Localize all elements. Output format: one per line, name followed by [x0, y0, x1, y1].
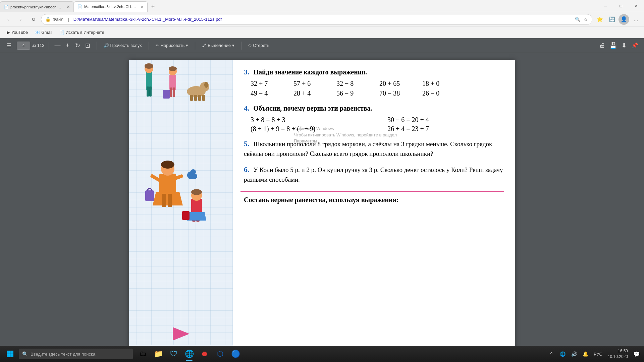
network-icon[interactable]: 🌐 — [558, 347, 568, 361]
pdf-fit-button[interactable]: ⊡ — [83, 41, 93, 50]
exercise-6-text: У Коли было 5 р. и 2 р. Он купил ручку з… — [244, 166, 503, 183]
taskbar: 🔍 Введите здесь текст для поиска 🗂 📁 🛡 🌐… — [0, 346, 644, 362]
svg-rect-25 — [150, 174, 161, 182]
pdf-more-button[interactable]: ⬇ — [619, 41, 629, 50]
erase-label: Стереть — [253, 43, 269, 48]
exercise-3-table: 32 + 7 57 + 6 32 − 8 20 + 65 18 + 0 49 −… — [251, 80, 504, 97]
volume-icon[interactable]: 🔊 — [570, 347, 579, 361]
notification-button[interactable]: 💬 — [632, 347, 641, 361]
taskbar-app-security[interactable]: 🛡 — [166, 347, 181, 361]
exercise-3-number: 3. — [244, 68, 250, 76]
svg-point-30 — [192, 174, 197, 179]
media-app-icon: ⏺ — [201, 350, 208, 358]
svg-point-10 — [169, 66, 177, 71]
pdf-page-input[interactable] — [17, 42, 30, 50]
new-tab-button[interactable]: + — [148, 1, 158, 12]
forward-button[interactable]: › — [15, 14, 26, 25]
address-bar-row: ‹ › ↻ 🔒 Файл | D:/Математика/Matematika.… — [0, 12, 644, 27]
taskbar-app-media[interactable]: ⏺ — [197, 347, 212, 361]
svg-marker-38 — [173, 327, 190, 341]
pdf-toolbar-right: 🖨 💾 ⬇ 📌 — [598, 41, 640, 51]
pdf-draw-button[interactable]: ✏ Нарисовать ▾ — [153, 41, 191, 51]
tab-1[interactable]: 📄 proekty-primernykh-rabochikh-... ✕ — [0, 1, 74, 12]
math-row-2: 49 − 4 28 + 4 56 − 9 70 − 38 26 − 0 — [251, 89, 504, 97]
tab-favicon-1: 📄 — [4, 5, 8, 9]
svg-rect-16 — [198, 95, 201, 101]
active-indicator — [186, 360, 193, 361]
taskbar-search-placeholder: Введите здесь текст для поиска — [31, 352, 95, 357]
start-button[interactable] — [3, 347, 17, 361]
taskbar-app-taskview[interactable]: 🗂 — [136, 347, 150, 361]
gmail-icon: 📧 — [35, 30, 40, 35]
pdf-page-total: из 113 — [32, 43, 45, 48]
pdf-read-aloud-button[interactable]: 🔊 Прочесть вслух — [101, 41, 145, 51]
pink-arrow-container — [173, 327, 193, 345]
expr-1-3: 32 − 8 — [336, 80, 363, 87]
pdf-page: 3. Найди значение каждого выражения. 32 … — [129, 60, 515, 355]
bookmark-gmail[interactable]: 📧 Gmail — [32, 28, 55, 36]
taskbar-app-edge[interactable]: 🌐 — [182, 347, 197, 361]
svg-rect-40 — [10, 351, 13, 354]
tab-close-2[interactable]: ✕ — [140, 4, 144, 9]
exercise-4-title: Объясни, почему верны эти равенства. — [254, 105, 372, 112]
pdf-erase-button[interactable]: ◇ Стереть — [246, 41, 272, 51]
pdf-menu-button[interactable]: ☰ — [4, 41, 14, 51]
settings-icon[interactable]: … — [631, 14, 641, 25]
pdf-print-button[interactable]: 🖨 — [598, 41, 607, 50]
exercise-3-block: 3. Найди значение каждого выражения. 32 … — [244, 68, 504, 97]
bookmark-search[interactable]: 📄 Искать в Интернете — [56, 28, 107, 36]
zoom-icon[interactable]: 🔍 — [575, 17, 580, 22]
pen-icon: ✏ — [156, 43, 159, 48]
bookmark-search-label: Искать в Интернете — [66, 30, 104, 35]
pdf-highlight-button[interactable]: 🖍 Выделение ▾ — [199, 41, 237, 51]
pdf-save-button[interactable]: 💾 — [608, 41, 618, 50]
bookmark-youtube-label: YouTube — [11, 30, 28, 35]
exercise-3-title: Найди значение каждого выражения. — [254, 68, 367, 76]
explorer-icon: 📁 — [154, 350, 163, 358]
taskbar-app-blue[interactable]: ⬡ — [213, 347, 227, 361]
pdf-separator-2 — [97, 42, 97, 50]
pdf-zoom-out-button[interactable]: — — [53, 41, 62, 50]
sync-icon[interactable]: 🔄 — [606, 14, 617, 25]
profile-button[interactable]: 👤 — [619, 14, 629, 25]
language-indicator[interactable]: РУС — [592, 352, 604, 357]
favorite-icon[interactable]: ☆ — [584, 17, 588, 22]
svg-rect-22 — [168, 194, 172, 207]
close-button[interactable]: ✕ — [629, 0, 644, 12]
bookmark-youtube[interactable]: ▶ YouTube — [4, 28, 31, 36]
maximize-button[interactable]: □ — [613, 0, 629, 12]
address-bar[interactable]: 🔒 Файл | D:/Математика/Matematika.-3kl.-… — [41, 14, 592, 25]
svg-point-5 — [145, 63, 153, 69]
equality-1: 3 + 8 = 8 + 3 — [251, 116, 367, 124]
collections-icon[interactable]: ⭐ — [594, 14, 605, 25]
main-area: 3. Найди значение каждого выражения. 32 … — [0, 53, 644, 362]
expr-2-3: 56 − 9 — [336, 89, 363, 97]
tab-favicon-2: 📄 — [77, 4, 82, 9]
minimize-button[interactable]: ─ — [598, 0, 613, 12]
exercise-4-block: 4. Объясни, почему верны эти равенства. … — [244, 104, 504, 133]
system-tray-expand[interactable]: ^ — [547, 347, 556, 361]
refresh-button[interactable]: ↻ — [28, 14, 39, 25]
back-button[interactable]: ‹ — [3, 14, 13, 25]
win-activate-line2: Чтобы активировать Windows, перейдите в … — [294, 132, 397, 138]
tab-close-1[interactable]: ✕ — [66, 4, 70, 9]
clock-display[interactable]: 16:59 10.10.2020 — [606, 348, 630, 360]
url-text: D:/Математика/Matematika.-3kl.-v-2ch.-CH… — [73, 17, 573, 22]
taskbar-search-icon: 🔍 — [22, 351, 28, 357]
battery-icon[interactable]: 🔔 — [581, 347, 590, 361]
taskbar-app-explorer[interactable]: 📁 — [151, 347, 166, 361]
highlight-icon: 🖍 — [202, 43, 206, 48]
taskview-icon: 🗂 — [139, 350, 147, 358]
expr-1-4: 20 + 65 — [379, 80, 406, 87]
taskbar-search-box[interactable]: 🔍 Введите здесь текст для поиска — [19, 349, 133, 359]
pdf-rotate-button[interactable]: ↻ — [73, 41, 83, 50]
expr-1-2: 57 + 6 — [293, 80, 320, 87]
window-controls: ─ □ ✕ — [598, 0, 644, 12]
taskbar-app-chrome[interactable]: 🔵 — [228, 347, 243, 361]
pdf-pin-button[interactable]: 📌 — [630, 41, 640, 51]
pdf-zoom-in-button[interactable]: + — [63, 41, 72, 50]
tab-strip: 📄 proekty-primernykh-rabochikh-... ✕ 📄 M… — [0, 0, 598, 12]
taskbar-right-area: ^ 🌐 🔊 🔔 РУС 16:59 10.10.2020 💬 — [547, 347, 641, 361]
taskbar-apps: 🗂 📁 🛡 🌐 ⏺ ⬡ 🔵 — [136, 347, 243, 361]
tab-2[interactable]: 📄 Matematika.-3kl.-v-2ch.-CH.1._M... ✕ — [74, 1, 148, 12]
